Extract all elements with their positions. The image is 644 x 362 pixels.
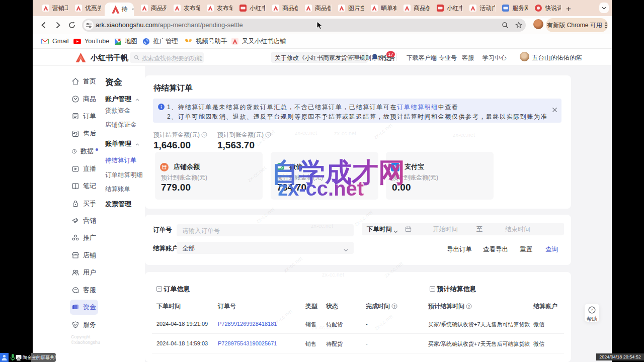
svg-text:?: ? (468, 304, 470, 309)
svg-text:?: ? (591, 308, 593, 312)
svg-text:?: ? (393, 304, 396, 309)
svg-text:?: ? (203, 133, 205, 137)
